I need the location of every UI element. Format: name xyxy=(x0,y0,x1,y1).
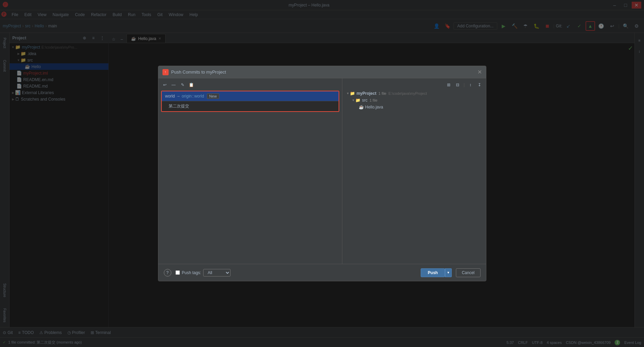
right-project-label: myProject xyxy=(356,91,376,96)
modal-left-panel: ↩ — ✎ 📋 world → origin : world New xyxy=(158,78,342,264)
push-branch-container: world → origin : world New 第二次提交 xyxy=(161,91,339,112)
right-panel-expand-btn[interactable]: ⊞ xyxy=(445,81,452,89)
modal-toolbar-btn4[interactable]: 📋 xyxy=(188,81,195,89)
push-tags-label: Push tags: xyxy=(182,270,201,275)
right-panel-sort-btn[interactable]: ↕ xyxy=(467,81,474,89)
right-file-tree: ▼ 📁 myProject 1 file E:\code\java\myProj… xyxy=(345,90,483,111)
right-panel-filter-btn[interactable]: ↧ xyxy=(476,81,483,89)
modal-left-toolbar: ↩ — ✎ 📋 xyxy=(161,81,339,89)
modal-footer: ? Push tags: All Push ▾ Cancel xyxy=(158,264,486,281)
right-src-label: src xyxy=(362,98,367,103)
right-tree-hello[interactable]: ☕ Hello.java xyxy=(345,104,483,111)
modal-toolbar-btn2[interactable]: — xyxy=(170,81,178,89)
push-colon: : xyxy=(193,94,194,99)
push-tags-container: Push tags: All xyxy=(175,269,231,277)
modal-body: ↩ — ✎ 📋 world → origin : world New xyxy=(158,78,486,264)
modal-title-bar: ↑ Push Commits to myProject ✕ xyxy=(158,66,486,78)
modal-left-empty xyxy=(161,112,339,261)
push-remote-name: origin xyxy=(182,94,192,99)
help-button[interactable]: ? xyxy=(164,269,171,277)
right-tree-src[interactable]: ▼ 📁 src 1 file xyxy=(345,97,483,104)
push-commit-message: 第二次提交 xyxy=(169,104,189,108)
right-project-path: E:\code\java\myProject xyxy=(389,91,427,95)
right-panel-empty xyxy=(345,111,483,261)
push-dropdown-btn[interactable]: ▾ xyxy=(445,268,452,277)
right-hello-label: Hello.java xyxy=(365,105,383,110)
right-tree-arrow-src: ▼ xyxy=(352,99,355,102)
help-icon: ? xyxy=(166,270,169,275)
right-project-icon: 📁 xyxy=(350,91,355,96)
modal-title-text: Push Commits to myProject xyxy=(171,69,475,75)
right-tree-project[interactable]: ▼ 📁 myProject 1 file E:\code\java\myProj… xyxy=(345,90,483,97)
push-btn-group: Push ▾ xyxy=(421,268,452,277)
right-src-filecount: 1 file xyxy=(369,98,377,102)
modal-overlay: ↑ Push Commits to myProject ✕ ↩ — ✎ 📋 xyxy=(0,0,644,347)
right-tree-arrow-project: ▼ xyxy=(346,92,350,95)
push-local-branch: world xyxy=(165,94,175,99)
modal-toolbar-btn1[interactable]: ↩ xyxy=(161,81,169,89)
push-commits-modal: ↑ Push Commits to myProject ✕ ↩ — ✎ 📋 xyxy=(158,66,486,281)
right-panel-diff-btn[interactable]: ⊟ xyxy=(454,81,461,89)
push-arrow-icon: → xyxy=(176,94,180,99)
right-project-filecount: 1 file xyxy=(378,91,386,95)
right-panel-toolbar: ⊞ ⊟ | ↕ ↧ xyxy=(345,81,483,89)
push-new-badge: New xyxy=(207,93,219,99)
modal-close-button[interactable]: ✕ xyxy=(477,69,482,75)
cancel-button[interactable]: Cancel xyxy=(456,268,480,277)
push-tags-checkbox[interactable] xyxy=(175,270,180,275)
right-src-icon: 📁 xyxy=(355,98,360,103)
right-panel-sep: | xyxy=(463,82,464,87)
modal-right-panel: ⊞ ⊟ | ↕ ↧ ▼ 📁 myProject 1 file E:\code\j… xyxy=(342,78,486,264)
push-commit-detail-row: 第二次提交 xyxy=(162,101,339,111)
push-tags-select[interactable]: All xyxy=(203,269,231,277)
modal-icon: ↑ xyxy=(162,69,169,75)
modal-toolbar-btn3[interactable]: ✎ xyxy=(179,81,186,89)
push-branch-row[interactable]: world → origin : world New xyxy=(162,91,339,101)
right-hello-icon: ☕ xyxy=(359,105,364,110)
push-button[interactable]: Push xyxy=(421,268,445,277)
push-remote-branch: world xyxy=(194,94,204,99)
